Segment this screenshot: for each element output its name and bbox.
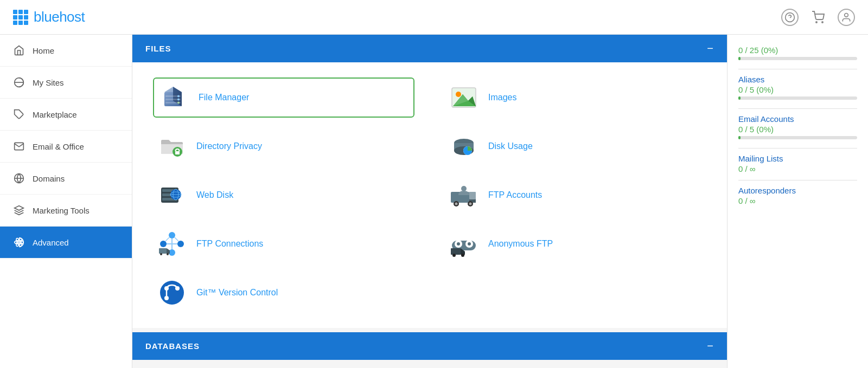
svg-rect-45: [469, 192, 476, 199]
ftp-connections-item[interactable]: FTP Connections: [154, 225, 413, 263]
svg-line-58: [175, 237, 178, 241]
disk-usage-stat: 0 / 25 (0%): [738, 46, 857, 55]
anonymous-ftp-item[interactable]: Anonymous FTP: [446, 225, 705, 263]
autoresponders-stat: 0 / ∞: [738, 196, 857, 205]
images-icon: [448, 82, 480, 113]
logo-grid-icon: [13, 10, 28, 25]
disk-usage-label: Disk Usage: [488, 141, 533, 151]
aliases-stat: 0 / 5 (0%): [738, 85, 857, 94]
svg-point-61: [160, 253, 162, 255]
main-layout: Home My Sites: [0, 35, 868, 368]
sidebar-item-email-office[interactable]: Email & Office: [0, 131, 132, 163]
divider-4: [738, 180, 857, 180]
svg-point-47: [455, 203, 458, 205]
svg-marker-9: [15, 206, 24, 210]
svg-point-74: [164, 296, 169, 300]
files-section: FILES −: [132, 35, 727, 328]
sidebar-item-marketing-tools[interactable]: Marketing Tools: [0, 195, 132, 227]
sidebar-item-advanced[interactable]: Advanced: [0, 227, 132, 259]
svg-point-62: [167, 253, 169, 255]
atom-icon: [13, 236, 25, 248]
file-manager-icon: [158, 82, 190, 113]
svg-point-50: [461, 186, 467, 191]
directory-privacy-icon: [156, 131, 188, 162]
home-icon: [13, 44, 25, 56]
layers-icon: [13, 204, 25, 216]
directory-privacy-label: Directory Privacy: [196, 141, 262, 151]
disk-usage-item[interactable]: Disk Usage: [446, 127, 705, 165]
svg-point-72: [160, 281, 184, 305]
git-version-control-label: Git™ Version Control: [196, 288, 278, 298]
web-disk-label: Web Disk: [196, 190, 233, 200]
sidebar-scroll: Home My Sites: [0, 35, 132, 368]
svg-point-21: [177, 99, 180, 101]
svg-rect-59: [159, 248, 167, 254]
autoresponders-title: Autoresponders: [738, 186, 857, 195]
files-section-title: FILES: [145, 44, 171, 53]
anonymous-ftp-icon: [448, 228, 480, 260]
svg-point-49: [469, 203, 472, 205]
logo-text: bluehost: [34, 9, 85, 25]
sidebar-item-advanced-label: Advanced: [33, 238, 69, 247]
sidebar-item-domains-label: Domains: [33, 174, 65, 183]
databases-section-header: DATABASES −: [132, 332, 727, 360]
svg-point-4: [845, 13, 848, 17]
svg-point-20: [177, 95, 180, 98]
svg-point-71: [461, 254, 464, 257]
files-section-body: File Manager: [132, 62, 727, 328]
aliases-title: Aliases: [738, 75, 857, 84]
sidebar-item-marketplace[interactable]: Marketplace: [0, 99, 132, 131]
svg-point-67: [468, 242, 471, 246]
svg-point-51: [160, 241, 167, 247]
content-area: FILES −: [132, 35, 727, 368]
directory-privacy-item[interactable]: Directory Privacy: [154, 127, 413, 165]
mailing-lists-stat: 0 / ∞: [738, 164, 857, 173]
aliases-bar-bg: [738, 96, 857, 100]
files-collapse-button[interactable]: −: [707, 42, 714, 55]
email-accounts-bar-bg: [738, 136, 857, 139]
main-content: FILES −: [132, 35, 727, 368]
header: bluehost: [0, 0, 868, 35]
disk-usage-bar-bg: [738, 57, 857, 60]
ftp-accounts-item[interactable]: FTP Accounts: [446, 176, 705, 214]
svg-point-53: [169, 232, 175, 238]
cart-icon[interactable]: [809, 9, 827, 26]
databases-section-title: DATABASES: [145, 341, 200, 351]
disk-usage-bar-fill: [738, 57, 741, 60]
svg-point-66: [457, 242, 460, 246]
globe-icon: [13, 172, 25, 184]
right-panel: 0 / 25 (0%) Aliases 0 / 5 (0%) Email Acc…: [727, 35, 868, 368]
svg-rect-68: [451, 248, 461, 255]
ftp-accounts-label: FTP Accounts: [488, 190, 542, 200]
email-accounts-title: Email Accounts: [738, 114, 857, 124]
sidebar-item-domains[interactable]: Domains: [0, 163, 132, 195]
images-item[interactable]: Images: [446, 79, 705, 117]
envelope-icon: [13, 140, 25, 152]
git-version-control-item[interactable]: Git™ Version Control: [154, 274, 413, 312]
disk-usage-icon: [448, 131, 480, 162]
help-icon[interactable]: [781, 9, 799, 26]
images-label: Images: [488, 93, 516, 102]
svg-rect-30: [175, 151, 180, 154]
sidebar-item-marketplace-label: Marketplace: [33, 110, 77, 119]
git-icon: [156, 277, 188, 308]
svg-point-52: [177, 241, 184, 247]
sidebar: Home My Sites: [0, 35, 132, 368]
sidebar-item-home[interactable]: Home: [0, 35, 132, 67]
divider-1: [738, 69, 857, 69]
email-accounts-bar-fill: [738, 136, 741, 139]
sidebar-item-my-sites[interactable]: My Sites: [0, 67, 132, 99]
databases-section: DATABASES −: [132, 332, 727, 360]
sidebar-item-my-sites-label: My Sites: [33, 78, 64, 87]
divider-2: [738, 108, 857, 109]
svg-point-22: [177, 102, 180, 104]
user-icon[interactable]: [838, 9, 855, 26]
files-section-header: FILES −: [132, 35, 727, 62]
databases-collapse-button[interactable]: −: [707, 340, 714, 352]
file-manager-item[interactable]: File Manager: [153, 78, 414, 118]
tag-icon: [13, 108, 25, 120]
web-disk-item[interactable]: Web Disk: [154, 176, 413, 214]
file-manager-label: File Manager: [199, 93, 249, 102]
svg-point-70: [452, 254, 456, 257]
ftp-connections-icon: [156, 228, 188, 260]
